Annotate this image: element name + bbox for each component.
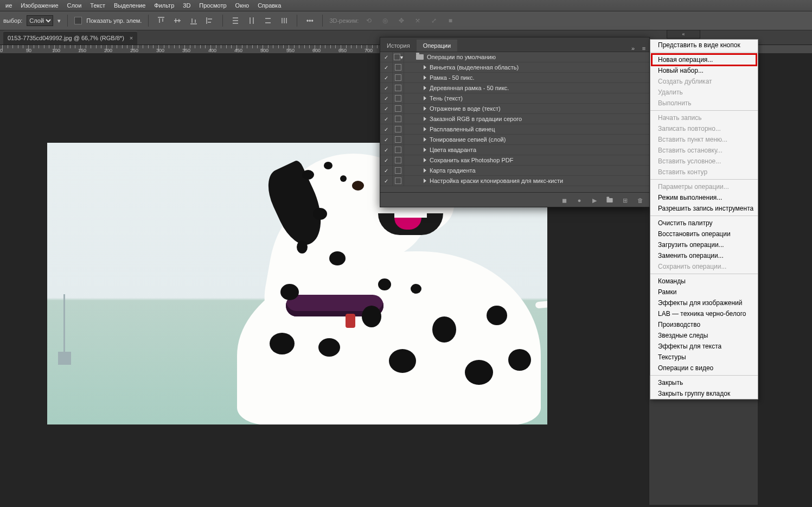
action-row-2[interactable]: ✓Деревянная рамка - 50 пикс. — [380, 83, 649, 93]
dialog-toggle-icon[interactable] — [393, 155, 404, 165]
ctx-item[interactable]: Очистить палитру — [650, 218, 758, 229]
expand-icon[interactable] — [424, 158, 426, 162]
action-row-8[interactable]: ✓Цвета квадранта — [380, 145, 649, 155]
expand-icon[interactable] — [424, 65, 426, 69]
toggle-check-icon[interactable]: ✓ — [380, 104, 393, 113]
play-icon[interactable]: ▶ — [591, 197, 598, 204]
dialog-toggle-icon[interactable] — [393, 83, 404, 93]
ctx-item[interactable]: Восстановить операции — [650, 229, 758, 239]
tab-history[interactable]: История — [380, 40, 417, 52]
dialog-toggle-icon[interactable] — [393, 124, 404, 134]
action-row-5[interactable]: ✓Заказной RGB в градации серого — [380, 114, 649, 124]
menu-item-3d[interactable]: 3D — [178, 1, 195, 10]
menu-item-ие[interactable]: ие — [1, 1, 16, 10]
dialog-toggle-icon[interactable] — [393, 166, 404, 175]
action-row-11[interactable]: ✓Настройка краски клонирования для микс-… — [380, 176, 649, 186]
ctx-item[interactable]: Новый набор... — [650, 65, 758, 76]
menu-item-слои[interactable]: Слои — [63, 1, 86, 10]
toggle-check-icon[interactable]: ✓ — [380, 62, 393, 72]
menu-item-просмотр[interactable]: Просмотр — [195, 1, 231, 10]
toggle-check-icon[interactable]: ✓ — [380, 93, 393, 103]
distribute-h-icon[interactable] — [278, 15, 290, 27]
action-row-9[interactable]: ✓Сохранить как Photoshop PDF — [380, 155, 649, 166]
ctx-item[interactable]: Эффекты для текста — [650, 341, 758, 352]
document-tab[interactable]: 0153-7735cd049992.jpg @ 66,7% (RGB/8*) × — [3, 31, 137, 45]
toggle-check-icon[interactable]: ✓ — [380, 155, 393, 165]
close-icon[interactable]: × — [130, 35, 133, 41]
toggle-check-icon[interactable]: ✓ — [380, 83, 393, 93]
ctx-item[interactable]: Закрыть — [650, 377, 758, 388]
ctx-item[interactable]: Команды — [650, 276, 758, 287]
3d-orbit-icon[interactable]: ⟲ — [363, 15, 375, 27]
stop-icon[interactable]: ◼ — [560, 197, 568, 204]
toggle-check-icon[interactable]: ✓ — [380, 114, 393, 124]
expand-icon[interactable] — [424, 168, 426, 173]
expand-icon[interactable] — [424, 75, 426, 80]
new-action-icon[interactable]: ⊞ — [621, 197, 629, 204]
menu-item-выделение[interactable]: Выделение — [110, 1, 150, 10]
3d-zoom-icon[interactable]: ⤢ — [428, 15, 440, 27]
3d-slide-icon[interactable]: ⤧ — [412, 15, 424, 27]
action-row-0[interactable]: ✓Виньетка (выделенная область) — [380, 62, 649, 73]
dialog-toggle-icon[interactable]: ▾ — [393, 52, 404, 62]
dialog-toggle-icon[interactable] — [393, 135, 404, 144]
toggle-check-icon[interactable]: ✓ — [380, 176, 393, 186]
ctx-item[interactable]: Рамки — [650, 287, 758, 297]
align-top-edges-icon[interactable] — [155, 15, 167, 27]
expand-icon[interactable] — [424, 117, 426, 121]
action-row-6[interactable]: ✓Расплавленный свинец — [380, 124, 649, 135]
toggle-check-icon[interactable]: ✓ — [380, 124, 393, 134]
ctx-item[interactable]: Производство — [650, 319, 758, 330]
align-vcenter-icon[interactable] — [171, 15, 183, 27]
actions-folder-row[interactable]: ✓▾Операции по умолчанию — [380, 52, 649, 62]
panel-collapse-icon[interactable]: » — [628, 45, 638, 52]
expand-icon[interactable] — [424, 127, 426, 131]
right-dock-collapse[interactable]: « — [667, 30, 700, 39]
action-row-1[interactable]: ✓Рамка - 50 пикс. — [380, 73, 649, 83]
dialog-toggle-icon[interactable] — [393, 176, 404, 186]
action-row-4[interactable]: ✓Отражение в воде (текст) — [380, 104, 649, 114]
record-icon[interactable]: ● — [576, 197, 583, 204]
trash-icon[interactable]: 🗑 — [636, 197, 644, 204]
3d-camera-icon[interactable]: ■ — [444, 15, 456, 27]
toggle-check-icon[interactable]: ✓ — [380, 135, 393, 144]
dialog-toggle-icon[interactable] — [393, 104, 404, 113]
expand-icon[interactable] — [424, 106, 426, 111]
ctx-item[interactable]: Текстуры — [650, 352, 758, 363]
align-bottom-edges-icon[interactable] — [188, 15, 200, 27]
toggle-check-icon[interactable]: ✓ — [380, 52, 393, 62]
dialog-toggle-icon[interactable] — [393, 114, 404, 124]
dialog-toggle-icon[interactable] — [393, 62, 404, 72]
3d-pan-icon[interactable]: ✥ — [395, 15, 407, 27]
ctx-item[interactable]: Режим выполнения... — [650, 192, 758, 203]
ctx-item[interactable]: Закрыть группу вкладок — [650, 388, 758, 399]
distribute-vcenter-icon[interactable] — [246, 15, 258, 27]
menu-item-окно[interactable]: Окно — [231, 1, 254, 10]
dialog-toggle-icon[interactable] — [393, 73, 404, 83]
expand-icon[interactable] — [424, 179, 426, 183]
expand-icon[interactable] — [424, 86, 426, 90]
action-row-7[interactable]: ✓Тонирование сепией (слой) — [380, 135, 649, 145]
ctx-item[interactable]: Заменить операции... — [650, 250, 758, 261]
expand-icon[interactable] — [424, 96, 426, 100]
toggle-check-icon[interactable]: ✓ — [380, 166, 393, 175]
3d-roll-icon[interactable]: ◎ — [379, 15, 391, 27]
expand-icon[interactable] — [424, 148, 426, 152]
auto-select-dropdown[interactable]: Слой — [27, 15, 53, 26]
tab-actions[interactable]: Операции — [417, 40, 457, 52]
toggle-check-icon[interactable]: ✓ — [380, 73, 393, 83]
ctx-item[interactable]: LAB — техника черно-белого — [650, 308, 758, 319]
show-controls-checkbox[interactable] — [74, 17, 82, 24]
action-row-3[interactable]: ✓Тень (текст) — [380, 93, 649, 104]
distribute-top-icon[interactable] — [229, 15, 241, 27]
align-left-edges-icon[interactable] — [204, 15, 216, 27]
menu-item-текст[interactable]: Текст — [86, 1, 110, 10]
ctx-item[interactable]: Разрешить запись инструмента — [650, 203, 758, 214]
ctx-item[interactable]: Представить в виде кнопок — [650, 40, 758, 50]
ctx-item[interactable]: Эффекты для изображений — [650, 297, 758, 308]
dialog-toggle-icon[interactable] — [393, 145, 404, 155]
action-row-10[interactable]: ✓Карта градиента — [380, 166, 649, 176]
more-options-icon[interactable]: ••• — [304, 15, 316, 27]
ctx-item[interactable]: Новая операция... — [650, 54, 758, 65]
distribute-bottom-icon[interactable] — [262, 15, 274, 27]
